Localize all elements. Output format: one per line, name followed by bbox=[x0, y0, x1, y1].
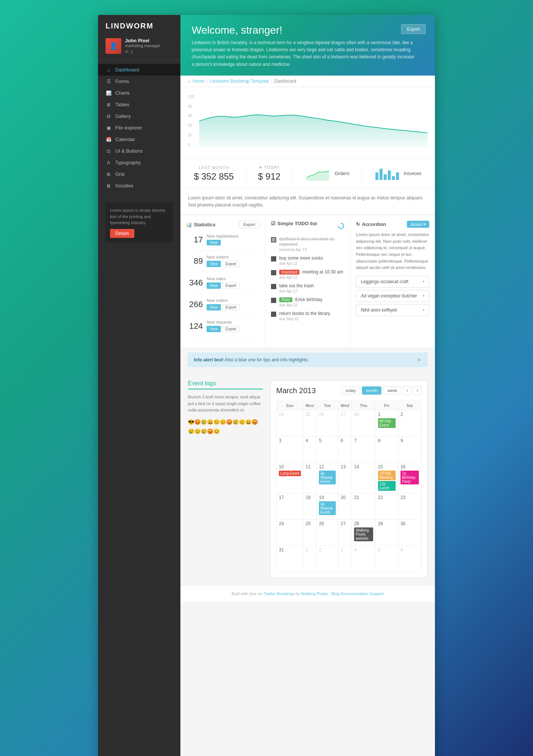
footer-blog-link[interactable]: Blog bbox=[331, 591, 339, 596]
cal-day[interactable]: 6 bbox=[398, 546, 421, 572]
sidebar-item-charts[interactable]: 📊 Charts bbox=[98, 87, 180, 99]
cal-day[interactable]: 21 bbox=[352, 493, 375, 520]
todo-checkbox-5[interactable] bbox=[271, 312, 276, 317]
todo-date-3: due Apr 17 bbox=[279, 289, 344, 293]
month-button[interactable]: month bbox=[362, 386, 382, 395]
cal-day[interactable]: 5 bbox=[317, 437, 338, 463]
cal-day[interactable]: 13 bbox=[338, 463, 352, 493]
cal-day[interactable]: 24 bbox=[277, 520, 304, 546]
cal-day[interactable]: 3 bbox=[277, 437, 304, 463]
alert-close-button[interactable]: ✕ bbox=[417, 357, 421, 363]
cal-day[interactable]: 11 bbox=[303, 463, 317, 493]
cal-day[interactable]: 14 bbox=[352, 463, 375, 493]
export-button[interactable]: Export bbox=[222, 261, 240, 267]
stats-export-button[interactable]: Export bbox=[239, 221, 259, 228]
accordion-item-2[interactable]: Nihil anim keffiyeh ▾ bbox=[356, 304, 429, 316]
key-icon[interactable]: ⚷ bbox=[130, 49, 133, 54]
cal-day[interactable]: 16 7p Birthday Party bbox=[398, 463, 421, 493]
cal-day[interactable]: 3 bbox=[338, 546, 352, 572]
today-button[interactable]: today bbox=[342, 386, 360, 395]
cal-day[interactable]: 27 bbox=[338, 410, 352, 437]
sidebar-item-gallery[interactable]: ⊟ Gallery bbox=[98, 110, 180, 122]
footer-text: Bulit with love on bbox=[232, 591, 264, 596]
mail-icon[interactable]: ✉ bbox=[125, 49, 128, 54]
cal-day[interactable]: 4 bbox=[352, 546, 375, 572]
todo-checkbox-1[interactable] bbox=[271, 256, 276, 261]
week-button[interactable]: week bbox=[383, 386, 401, 395]
cal-day[interactable]: 26 bbox=[317, 410, 338, 437]
view-button[interactable]: View bbox=[207, 240, 221, 245]
cal-day[interactable]: 30 bbox=[398, 520, 421, 546]
next-button[interactable]: › bbox=[413, 386, 421, 395]
todo-checkbox-3[interactable] bbox=[271, 284, 276, 289]
sidebar-item-forms[interactable]: ☰ Forms bbox=[98, 76, 180, 87]
spinner-icon bbox=[338, 223, 344, 229]
todo-checkbox-2[interactable] bbox=[271, 270, 276, 275]
calendar-week-6: 31 1 2 3 4 5 6 bbox=[277, 546, 421, 572]
cal-day[interactable]: 17 bbox=[277, 493, 304, 520]
cal-day[interactable]: 27 bbox=[338, 520, 352, 546]
footer-documentation-link[interactable]: Documentation bbox=[341, 591, 368, 596]
cal-day[interactable]: 10 Long Event bbox=[277, 463, 304, 493]
view-button[interactable]: View bbox=[207, 282, 221, 289]
accordion-item-1[interactable]: Ad vegan excepteur butcher ▾ bbox=[356, 290, 429, 302]
breadcrumb-template[interactable]: Lindworm Bootstrap Template bbox=[210, 79, 269, 84]
cal-day[interactable]: 18 bbox=[303, 493, 317, 520]
cal-day[interactable]: 4 bbox=[303, 437, 317, 463]
sidebar-item-ui-buttons[interactable]: ⊡ UI & Buttons bbox=[98, 145, 180, 157]
footer-walking-pixels-link[interactable]: Walking Pixels bbox=[301, 591, 328, 596]
todo-checkbox-0[interactable] bbox=[271, 237, 276, 242]
cal-day[interactable]: 26 bbox=[317, 520, 338, 546]
cal-day[interactable]: 2 bbox=[317, 546, 338, 572]
sidebar-item-goodies[interactable]: ⊠ Goodies bbox=[98, 180, 180, 192]
export-button[interactable]: Export bbox=[222, 326, 240, 332]
cal-event: All Day Event bbox=[378, 418, 396, 428]
cal-day[interactable]: 15 10:30a Meeting 12p Lunch bbox=[375, 463, 398, 493]
accordion-item-0[interactable]: Leggings occaecat craft ▾ bbox=[356, 276, 429, 288]
footer-twitter-bootstrap-link[interactable]: Twitter Bootstrap bbox=[264, 591, 295, 596]
cal-day[interactable]: 9 bbox=[398, 437, 421, 463]
details-button[interactable]: Details bbox=[110, 229, 134, 238]
action-button[interactable]: Action ▾ bbox=[407, 221, 429, 228]
breadcrumb-home[interactable]: Home bbox=[192, 79, 204, 84]
view-button[interactable]: View bbox=[207, 261, 221, 267]
todo-text-5: return books to the library bbox=[279, 311, 344, 316]
cal-day[interactable]: 19 4p Repeat Event bbox=[317, 493, 338, 520]
sidebar-item-grid[interactable]: ⊞ Grid bbox=[98, 168, 180, 180]
cal-day[interactable]: 25 bbox=[303, 410, 317, 437]
sidebar-item-typography[interactable]: A Typography bbox=[98, 157, 180, 168]
cal-day[interactable]: 2 bbox=[398, 410, 421, 437]
cal-day[interactable]: 22 bbox=[375, 493, 398, 520]
invoices-label: Inovices bbox=[403, 171, 421, 176]
cal-day[interactable]: 5 bbox=[375, 546, 398, 572]
sidebar-item-dashboard[interactable]: ⌂ Dashboard bbox=[98, 64, 180, 76]
stats-row: LAST MONTH $ 352 855 ★ TODAY $ 912 bbox=[180, 159, 435, 189]
cal-day[interactable]: 29 bbox=[375, 520, 398, 546]
cal-day[interactable]: 1 All Day Event bbox=[375, 410, 398, 437]
cal-day[interactable]: 28 bbox=[352, 410, 375, 437]
sidebar-item-calendar[interactable]: 📅 Calendar bbox=[98, 134, 180, 145]
sidebar-item-file-explorer[interactable]: ▣ File explorer bbox=[98, 122, 180, 134]
cal-day[interactable]: 7 bbox=[352, 437, 375, 463]
export-button[interactable]: Export bbox=[222, 304, 240, 310]
footer-support-link[interactable]: Support bbox=[369, 591, 384, 596]
view-button[interactable]: View bbox=[207, 326, 221, 332]
cal-day[interactable]: 23 bbox=[398, 493, 421, 520]
cal-day[interactable]: 28 Walking Pixels website bbox=[352, 520, 375, 546]
today-label: ★ TODAY bbox=[258, 165, 280, 170]
cal-day[interactable]: 1 bbox=[303, 546, 317, 572]
cal-day[interactable]: 25 bbox=[303, 520, 317, 546]
cal-day[interactable]: 20 bbox=[338, 493, 352, 520]
hero-export-button[interactable]: Export bbox=[401, 24, 426, 34]
cal-day[interactable]: 12 4p Repeat Event bbox=[317, 463, 338, 493]
cal-day[interactable]: 24 bbox=[277, 410, 304, 437]
prev-button[interactable]: ‹ bbox=[403, 386, 411, 395]
view-button[interactable]: View bbox=[207, 304, 221, 310]
breadcrumb-icon: ⌂ bbox=[188, 79, 191, 84]
cal-day[interactable]: 6 bbox=[338, 437, 352, 463]
cal-day[interactable]: 31 bbox=[277, 546, 304, 572]
cal-day[interactable]: 8 bbox=[375, 437, 398, 463]
todo-checkbox-4[interactable] bbox=[271, 298, 276, 303]
sidebar-item-tables[interactable]: ⊞ Tables bbox=[98, 99, 180, 110]
export-button[interactable]: Export bbox=[222, 282, 240, 289]
